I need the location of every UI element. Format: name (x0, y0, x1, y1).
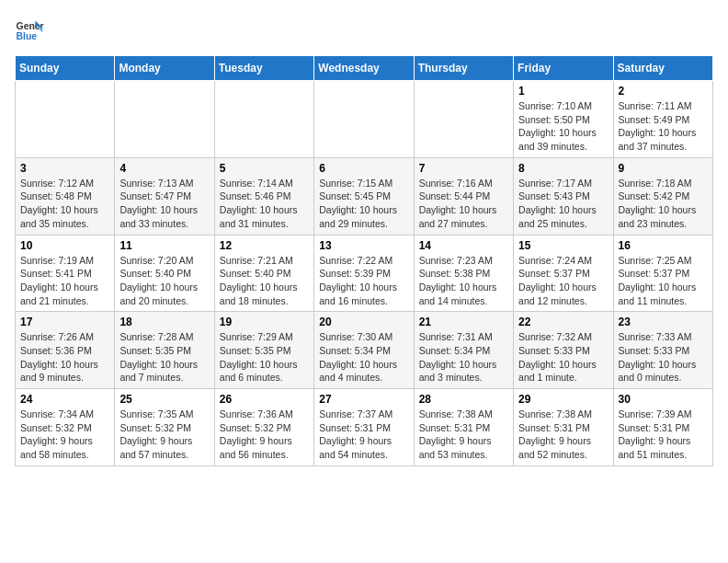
calendar-week-row: 17Sunrise: 7:26 AM Sunset: 5:36 PM Dayli… (16, 312, 713, 389)
day-number: 2 (619, 85, 708, 98)
day-info: Sunrise: 7:12 AM Sunset: 5:48 PM Dayligh… (20, 177, 109, 231)
weekday-header-row: SundayMondayTuesdayWednesdayThursdayFrid… (16, 56, 713, 81)
day-info: Sunrise: 7:16 AM Sunset: 5:44 PM Dayligh… (419, 177, 508, 231)
day-number: 20 (319, 316, 408, 328)
day-info: Sunrise: 7:23 AM Sunset: 5:38 PM Dayligh… (419, 254, 508, 308)
day-number: 12 (220, 239, 309, 252)
calendar-cell: 30Sunrise: 7:39 AM Sunset: 5:31 PM Dayli… (613, 389, 712, 466)
day-info: Sunrise: 7:19 AM Sunset: 5:41 PM Dayligh… (20, 254, 109, 308)
day-number: 10 (20, 239, 109, 252)
calendar-cell: 13Sunrise: 7:22 AM Sunset: 5:39 PM Dayli… (314, 235, 414, 312)
calendar-cell: 17Sunrise: 7:26 AM Sunset: 5:36 PM Dayli… (16, 312, 115, 389)
day-number: 3 (20, 162, 109, 175)
calendar-cell: 5Sunrise: 7:14 AM Sunset: 5:46 PM Daylig… (214, 157, 313, 235)
calendar-week-row: 10Sunrise: 7:19 AM Sunset: 5:41 PM Dayli… (16, 235, 713, 312)
day-info: Sunrise: 7:35 AM Sunset: 5:32 PM Dayligh… (119, 408, 209, 462)
day-info: Sunrise: 7:30 AM Sunset: 5:34 PM Dayligh… (319, 330, 408, 385)
day-info: Sunrise: 7:31 AM Sunset: 5:34 PM Dayligh… (419, 330, 508, 385)
calendar-cell (414, 81, 513, 158)
day-number: 15 (518, 239, 608, 252)
calendar-cell: 2Sunrise: 7:11 AM Sunset: 5:49 PM Daylig… (613, 81, 712, 158)
day-info: Sunrise: 7:34 AM Sunset: 5:32 PM Dayligh… (20, 408, 109, 462)
day-info: Sunrise: 7:39 AM Sunset: 5:31 PM Dayligh… (619, 408, 708, 462)
calendar-cell: 6Sunrise: 7:15 AM Sunset: 5:45 PM Daylig… (314, 157, 414, 235)
calendar-cell: 24Sunrise: 7:34 AM Sunset: 5:32 PM Dayli… (16, 389, 115, 466)
calendar-cell: 29Sunrise: 7:38 AM Sunset: 5:31 PM Dayli… (514, 389, 613, 466)
day-number: 6 (319, 162, 408, 175)
day-number: 30 (619, 393, 708, 406)
calendar-cell: 7Sunrise: 7:16 AM Sunset: 5:44 PM Daylig… (414, 157, 513, 235)
day-number: 25 (119, 393, 209, 406)
calendar-cell: 26Sunrise: 7:36 AM Sunset: 5:32 PM Dayli… (214, 389, 313, 466)
calendar-cell: 23Sunrise: 7:33 AM Sunset: 5:33 PM Dayli… (613, 312, 712, 389)
day-info: Sunrise: 7:36 AM Sunset: 5:32 PM Dayligh… (220, 408, 309, 462)
day-number: 13 (319, 239, 408, 252)
calendar-cell: 15Sunrise: 7:24 AM Sunset: 5:37 PM Dayli… (514, 235, 613, 312)
day-number: 1 (518, 85, 608, 98)
day-info: Sunrise: 7:11 AM Sunset: 5:49 PM Dayligh… (619, 99, 708, 154)
calendar-cell: 10Sunrise: 7:19 AM Sunset: 5:41 PM Dayli… (16, 235, 115, 312)
calendar-cell: 9Sunrise: 7:18 AM Sunset: 5:42 PM Daylig… (613, 157, 712, 235)
calendar-cell (16, 81, 115, 158)
calendar-cell: 21Sunrise: 7:31 AM Sunset: 5:34 PM Dayli… (414, 312, 513, 389)
calendar-cell: 12Sunrise: 7:21 AM Sunset: 5:40 PM Dayli… (214, 235, 313, 312)
weekday-header: Friday (514, 56, 613, 81)
weekday-header: Thursday (414, 56, 513, 81)
day-number: 18 (119, 316, 209, 328)
day-number: 5 (220, 162, 309, 175)
calendar-cell: 8Sunrise: 7:17 AM Sunset: 5:43 PM Daylig… (514, 157, 613, 235)
calendar-cell (115, 81, 214, 158)
calendar-week-row: 1Sunrise: 7:10 AM Sunset: 5:50 PM Daylig… (16, 81, 713, 158)
day-number: 14 (419, 239, 508, 252)
day-number: 29 (518, 393, 608, 406)
calendar-cell: 18Sunrise: 7:28 AM Sunset: 5:35 PM Dayli… (115, 312, 214, 389)
day-number: 7 (419, 162, 508, 175)
weekday-header: Wednesday (314, 56, 414, 81)
page-header: General Blue (15, 15, 713, 44)
day-number: 21 (419, 316, 508, 328)
day-number: 26 (220, 393, 309, 406)
calendar-cell: 16Sunrise: 7:25 AM Sunset: 5:37 PM Dayli… (613, 235, 712, 312)
calendar-cell: 25Sunrise: 7:35 AM Sunset: 5:32 PM Dayli… (115, 389, 214, 466)
day-number: 23 (619, 316, 708, 328)
calendar-cell: 11Sunrise: 7:20 AM Sunset: 5:40 PM Dayli… (115, 235, 214, 312)
day-number: 28 (419, 393, 508, 406)
calendar-cell: 27Sunrise: 7:37 AM Sunset: 5:31 PM Dayli… (314, 389, 414, 466)
day-number: 16 (619, 239, 708, 252)
day-info: Sunrise: 7:14 AM Sunset: 5:46 PM Dayligh… (220, 177, 309, 231)
day-info: Sunrise: 7:28 AM Sunset: 5:35 PM Dayligh… (119, 330, 209, 385)
day-info: Sunrise: 7:20 AM Sunset: 5:40 PM Dayligh… (119, 254, 209, 308)
weekday-header: Monday (115, 56, 214, 81)
weekday-header: Saturday (613, 56, 712, 81)
day-info: Sunrise: 7:15 AM Sunset: 5:45 PM Dayligh… (319, 177, 408, 231)
calendar-cell: 1Sunrise: 7:10 AM Sunset: 5:50 PM Daylig… (514, 81, 613, 158)
day-info: Sunrise: 7:25 AM Sunset: 5:37 PM Dayligh… (619, 254, 708, 308)
svg-text:Blue: Blue (17, 31, 38, 41)
day-number: 8 (518, 162, 608, 175)
weekday-header: Sunday (16, 56, 115, 81)
day-info: Sunrise: 7:13 AM Sunset: 5:47 PM Dayligh… (119, 177, 209, 231)
day-info: Sunrise: 7:26 AM Sunset: 5:36 PM Dayligh… (20, 330, 109, 385)
day-info: Sunrise: 7:24 AM Sunset: 5:37 PM Dayligh… (518, 254, 608, 308)
calendar-cell: 14Sunrise: 7:23 AM Sunset: 5:38 PM Dayli… (414, 235, 513, 312)
day-info: Sunrise: 7:18 AM Sunset: 5:42 PM Dayligh… (619, 177, 708, 231)
day-info: Sunrise: 7:29 AM Sunset: 5:35 PM Dayligh… (220, 330, 309, 385)
calendar-cell: 20Sunrise: 7:30 AM Sunset: 5:34 PM Dayli… (314, 312, 414, 389)
day-info: Sunrise: 7:10 AM Sunset: 5:50 PM Dayligh… (518, 99, 608, 154)
day-info: Sunrise: 7:33 AM Sunset: 5:33 PM Dayligh… (619, 330, 708, 385)
day-number: 4 (119, 162, 209, 175)
day-info: Sunrise: 7:21 AM Sunset: 5:40 PM Dayligh… (220, 254, 309, 308)
calendar-cell (314, 81, 414, 158)
day-info: Sunrise: 7:32 AM Sunset: 5:33 PM Dayligh… (518, 330, 608, 385)
calendar-cell: 22Sunrise: 7:32 AM Sunset: 5:33 PM Dayli… (514, 312, 613, 389)
day-info: Sunrise: 7:22 AM Sunset: 5:39 PM Dayligh… (319, 254, 408, 308)
calendar-table: SundayMondayTuesdayWednesdayThursdayFrid… (15, 55, 713, 466)
day-number: 19 (220, 316, 309, 328)
calendar-week-row: 3Sunrise: 7:12 AM Sunset: 5:48 PM Daylig… (16, 157, 713, 235)
day-info: Sunrise: 7:38 AM Sunset: 5:31 PM Dayligh… (518, 408, 608, 462)
logo: General Blue (15, 15, 44, 44)
day-info: Sunrise: 7:37 AM Sunset: 5:31 PM Dayligh… (319, 408, 408, 462)
day-info: Sunrise: 7:17 AM Sunset: 5:43 PM Dayligh… (518, 177, 608, 231)
calendar-cell: 4Sunrise: 7:13 AM Sunset: 5:47 PM Daylig… (115, 157, 214, 235)
day-number: 27 (319, 393, 408, 406)
